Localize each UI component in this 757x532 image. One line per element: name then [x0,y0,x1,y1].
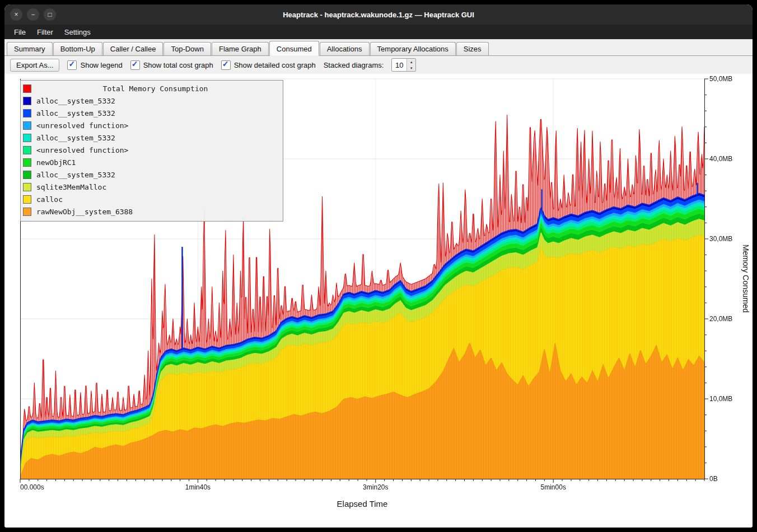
maximize-icon: □ [48,11,52,18]
legend-item-label: alloc__system_5332 [36,134,115,142]
stepper-up-button[interactable]: ▲ [407,59,415,65]
x-tick-label: 3min20s [363,483,388,491]
menu-file[interactable]: File [9,26,31,38]
x-tick-label: 00.000s [20,483,44,491]
menubar: FileFilterSettings [4,25,753,39]
legend-item: rawNewObj__system_6388 [23,205,279,218]
checkbox-indicator[interactable]: ✓ [130,60,140,70]
legend-swatch [23,134,31,142]
checkbox-indicator[interactable]: ✓ [221,60,231,70]
window-title: Heaptrack - heaptrack.wakunode.1.gz — He… [4,11,753,19]
checkbox-label: Show legend [80,61,122,69]
stacked-diagrams-label: Stacked diagrams: [324,61,384,69]
legend-item: calloc [23,193,279,205]
y-tick-label: 50,0MB [709,75,732,83]
legend-item-label: alloc__system_5332 [36,97,115,105]
minimize-button[interactable]: − [27,8,39,21]
arrow-up-icon: ▲ [410,60,413,64]
legend-swatch [23,171,31,179]
legend-swatch [23,183,31,191]
tab-consumed[interactable]: Consumed [269,41,319,56]
tab-bar: SummaryBottom-UpCaller / CalleeTop-DownF… [4,39,753,56]
chart-legend: Total Memory Consumption alloc__system_5… [20,80,283,222]
tab-summary[interactable]: Summary [7,42,53,55]
y-tick-label: 10,0MB [709,395,732,403]
legend-item: <unresolved function> [23,119,279,131]
legend-items: alloc__system_5332alloc__system_5332<unr… [23,95,279,218]
window-controls: × − □ [10,4,56,25]
arrow-down-icon: ▼ [410,67,413,70]
tab-bottom-up[interactable]: Bottom-Up [53,42,102,55]
legend-swatch [23,158,31,167]
checkbox-show-detailed-cost-graph[interactable]: ✓Show detailed cost graph [221,60,316,70]
x-tick-label: 5min00s [541,483,566,491]
titlebar[interactable]: × − □ Heaptrack - heaptrack.wakunode.1.g… [4,4,753,25]
legend-item-label: <unresolved function> [36,121,128,130]
legend-item: alloc__system_5332 [23,131,279,144]
maximize-button[interactable]: □ [44,8,56,21]
close-button[interactable]: × [10,8,22,21]
legend-item: sqlite3MemMalloc [23,181,279,193]
spinbox-buttons: ▲ ▼ [406,59,415,71]
tab-sizes[interactable]: Sizes [456,42,489,55]
y-tick-label: 30,0MB [709,235,732,243]
x-tick-label: 1min40s [185,483,211,491]
legend-swatch [23,109,31,117]
checkbox-label: Show detailed cost graph [234,61,316,69]
legend-item-label: sqlite3MemMalloc [36,183,106,191]
tab-allocations[interactable]: Allocations [320,42,370,55]
y-tick-label: 0B [709,475,718,483]
checkbox-label: Show total cost graph [143,61,213,69]
legend-item: <unresolved function> [23,144,279,156]
checkbox-indicator[interactable]: ✓ [67,60,77,70]
legend-item-label: <unresolved function> [36,146,128,154]
stacked-diagrams-spinbox[interactable]: 10 ▲ ▼ [391,58,416,72]
x-axis-title: Elapsed Time [337,499,388,509]
tab-flame-graph[interactable]: Flame Graph [212,42,269,55]
tab-caller-callee[interactable]: Caller / Callee [103,42,163,55]
legend-title: Total Memory Consumption [31,84,279,93]
legend-swatch [23,146,31,154]
legend-item-label: calloc [36,195,63,204]
checkbox-show-total-cost-graph[interactable]: ✓Show total cost graph [130,60,213,70]
legend-swatch [23,208,31,216]
stepper-down-button[interactable]: ▼ [407,65,415,71]
stacked-diagrams-value: 10 [392,59,406,71]
checkbox-show-legend[interactable]: ✓Show legend [67,60,122,70]
check-icon: ✓ [68,59,75,68]
toolbar: Export As... ✓Show legend✓Show total cos… [4,56,753,74]
legend-item-label: alloc__system_5332 [36,109,115,117]
check-icon: ✓ [222,59,229,68]
check-icon: ✓ [132,59,138,68]
legend-item-label: rawNewObj__system_6388 [36,208,133,216]
legend-title-row: Total Memory Consumption [23,82,279,95]
legend-item: alloc__system_5332 [23,168,279,181]
chart-area: Total Memory Consumption alloc__system_5… [4,74,753,528]
legend-swatch [23,121,31,130]
y-tick-label: 20,0MB [709,315,732,323]
tab-top-down[interactable]: Top-Down [163,42,211,55]
legend-swatch [23,195,31,204]
export-as-button[interactable]: Export As... [10,59,59,72]
legend-item-label: newObjRC1 [36,158,76,167]
menu-filter[interactable]: Filter [32,26,58,38]
legend-item: newObjRC1 [23,156,279,168]
legend-swatch [23,97,31,105]
legend-title-swatch [23,84,31,93]
legend-item: alloc__system_5332 [23,107,279,119]
toolbar-checkboxes: ✓Show legend✓Show total cost graph✓Show … [67,60,315,70]
y-axis-title: Memory Consumed [741,244,750,313]
close-icon: × [14,11,18,18]
minimize-icon: − [31,11,35,18]
heaptrack-window: × − □ Heaptrack - heaptrack.wakunode.1.g… [4,4,753,528]
y-tick-label: 40,0MB [709,155,732,163]
legend-item: alloc__system_5332 [23,95,279,107]
menu-settings[interactable]: Settings [59,26,96,38]
tab-temporary-allocations[interactable]: Temporary Allocations [370,42,456,55]
legend-item-label: alloc__system_5332 [36,171,115,179]
